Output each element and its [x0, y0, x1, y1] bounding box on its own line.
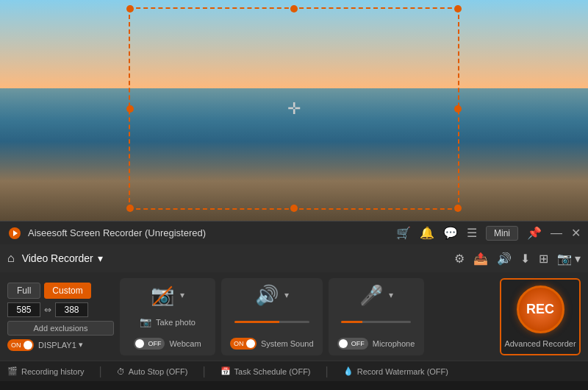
toolbar: ⌂ Video Recorder ▾ ⚙ 📤 🔊 ⬇ ⊞ 📷 ▾	[0, 244, 588, 272]
divider-3: |	[326, 365, 329, 378]
handle-bl[interactable]	[126, 205, 134, 212]
webcam-card-top: 📷 ▾	[129, 284, 207, 307]
capture-frame[interactable]: ✛	[129, 7, 459, 210]
mode-buttons: Full Custom	[7, 283, 114, 299]
display-label: DISPLAY1	[38, 341, 76, 350]
menu-icon[interactable]: ☰	[467, 226, 477, 240]
sound-toggle-row: ON System Sound	[230, 338, 314, 350]
webcam-label: Webcam	[169, 339, 201, 348]
handle-tm[interactable]	[290, 5, 298, 13]
take-photo-label[interactable]: Take photo	[156, 318, 196, 327]
mini-button[interactable]: Mini	[486, 226, 518, 241]
sound-card-top: 🔊 ▾	[230, 284, 314, 307]
height-input[interactable]	[55, 302, 88, 317]
divider-1: |	[99, 365, 102, 378]
audio-icon[interactable]: 🔊	[497, 252, 512, 266]
schedule-icon: 📅	[220, 366, 231, 376]
camera-button[interactable]: 📷 ▾	[557, 252, 581, 266]
bottom-bar: 🎬 Recording history | ⏱ Auto Stop (OFF) …	[0, 361, 588, 381]
history-icon: 🎬	[7, 366, 18, 376]
camera-small-icon: 📷	[140, 316, 151, 327]
full-button[interactable]: Full	[7, 283, 40, 299]
handle-br[interactable]	[454, 205, 462, 212]
recording-history-item[interactable]: 🎬 Recording history	[7, 366, 85, 376]
home-button[interactable]: ⌂	[7, 252, 15, 265]
autostop-label: Auto Stop (OFF)	[129, 367, 188, 376]
handle-bm[interactable]	[290, 205, 298, 212]
sound-chevron[interactable]: ▾	[284, 290, 289, 300]
toggle-knob	[246, 339, 255, 348]
pin-button[interactable]: 📌	[527, 226, 542, 240]
handle-tl[interactable]	[126, 5, 134, 13]
sound-card: 🔊 ▾ ON System Sound	[221, 278, 323, 355]
handle-tr[interactable]	[454, 5, 462, 13]
grid-icon[interactable]: ⊞	[539, 252, 548, 266]
advanced-recorder-label: Advanced Recorder	[504, 339, 576, 348]
chevron-down-icon: ▾	[575, 252, 581, 266]
toggle-on-label: ON	[232, 340, 246, 347]
preview-area: ✛	[0, 0, 588, 221]
handle-ml[interactable]	[126, 105, 134, 113]
webcam-toggle-row: OFF Webcam	[134, 338, 201, 350]
mic-toggle-row: OFF Microphone	[337, 338, 415, 350]
camera-icon: 📷	[557, 252, 572, 266]
sound-label: System Sound	[261, 339, 314, 348]
microphone-label: Microphone	[373, 339, 415, 348]
mic-chevron[interactable]: ▾	[389, 290, 393, 300]
chat-icon[interactable]: 💬	[443, 226, 458, 240]
history-label: Recording history	[21, 367, 85, 376]
mic-toggle[interactable]: OFF	[337, 338, 368, 350]
autostop-icon: ⏱	[117, 367, 125, 376]
sound-slider[interactable]	[234, 321, 309, 323]
controls-panel: Full Custom ⇔ Add exclusions ON DISPLAY1…	[0, 272, 588, 361]
toggle-on-label: ON	[9, 341, 24, 349]
watermark-icon: 💧	[343, 366, 354, 376]
display-row: ON DISPLAY1 ▾	[7, 339, 114, 351]
area-section: Full Custom ⇔ Add exclusions ON DISPLAY1…	[7, 283, 114, 351]
recorder-label: Video Recorder	[22, 252, 93, 264]
divider-2: |	[202, 365, 205, 378]
toolbar-right: ⚙ 📤 🔊 ⬇ ⊞ 📷 ▾	[454, 252, 581, 266]
exclusions-button[interactable]: Add exclusions	[7, 321, 114, 336]
toggle-knob	[135, 339, 144, 348]
display-dropdown[interactable]: DISPLAY1 ▾	[38, 340, 83, 350]
toggle-knob	[24, 341, 32, 350]
link-icon: ⇔	[44, 305, 51, 315]
bell-icon[interactable]: 🔔	[420, 226, 434, 240]
webcam-chevron[interactable]: ▾	[180, 290, 184, 300]
rec-section: REC Advanced Recorder	[500, 278, 581, 355]
settings-icon[interactable]: ⚙	[454, 252, 465, 266]
webcam-icon: 📷	[151, 284, 174, 307]
cart-icon[interactable]: 🛒	[396, 226, 411, 240]
titlebar: Aiseesoft Screen Recorder (Unregistered)…	[0, 221, 588, 244]
toggle-knob	[339, 339, 348, 348]
microphone-card: 🎤 ▾ OFF Microphone	[329, 278, 424, 355]
watermark-item[interactable]: 💧 Record Watermark (OFF)	[343, 366, 448, 376]
toggle-off-label: OFF	[146, 340, 163, 347]
move-handle[interactable]: ✛	[287, 99, 301, 118]
sound-toggle[interactable]: ON	[230, 338, 257, 350]
mic-slider[interactable]	[341, 321, 411, 323]
width-input[interactable]	[7, 302, 40, 317]
download-icon[interactable]: ⬇	[520, 252, 530, 266]
close-button[interactable]: ✕	[571, 226, 581, 240]
titlebar-controls: 🛒 🔔 💬 ☰ Mini 📌 — ✕	[396, 226, 581, 241]
size-row: ⇔	[7, 302, 114, 317]
microphone-card-top: 🎤 ▾	[337, 284, 415, 307]
webcam-toggle[interactable]: OFF	[134, 338, 165, 350]
custom-button[interactable]: Custom	[44, 283, 90, 299]
autostop-item[interactable]: ⏱ Auto Stop (OFF)	[117, 367, 188, 376]
app-icon	[7, 226, 22, 241]
handle-mr[interactable]	[454, 105, 462, 113]
sound-icon: 🔊	[255, 284, 279, 307]
export-icon[interactable]: 📤	[473, 252, 488, 266]
rec-button[interactable]: REC	[517, 286, 564, 333]
display-toggle[interactable]: ON	[7, 339, 34, 351]
minimize-button[interactable]: —	[551, 227, 562, 240]
schedule-item[interactable]: 📅 Task Schedule (OFF)	[220, 366, 311, 376]
toggle-off-label: OFF	[349, 340, 367, 347]
microphone-icon: 🎤	[359, 284, 383, 307]
chevron-down-icon: ▾	[98, 252, 103, 264]
recorder-selector[interactable]: Video Recorder ▾	[22, 252, 103, 264]
watermark-label: Record Watermark (OFF)	[357, 367, 448, 376]
